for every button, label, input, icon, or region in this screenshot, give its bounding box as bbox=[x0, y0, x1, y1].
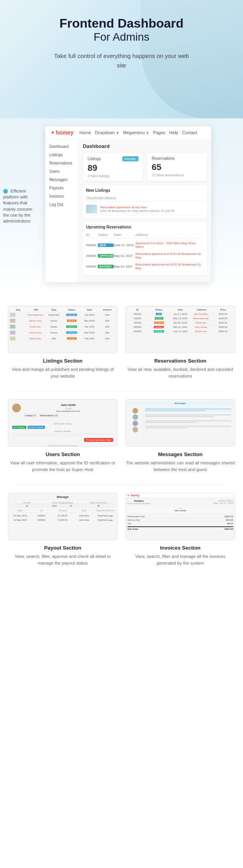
status-badge-approved: approved bbox=[98, 254, 114, 258]
mini-title: Beach villa... bbox=[28, 337, 44, 340]
message-thread-3 bbox=[144, 419, 232, 424]
listings-feature-title: Listings Section bbox=[8, 358, 118, 364]
invoice-item-2: Service Fee $18.00 bbox=[127, 518, 233, 522]
invoice-to: Invoice #0001 Date: Jun 17, 2019 bbox=[213, 499, 233, 505]
msg-user-avatar-1 bbox=[133, 408, 138, 413]
sidebar-item-users[interactable]: Users bbox=[45, 167, 79, 176]
mini-type: House bbox=[45, 331, 62, 334]
activity-select[interactable]: All bbox=[10, 504, 44, 507]
sidebar-item-payouts[interactable]: Payouts bbox=[45, 184, 79, 192]
mini-status: pending bbox=[64, 320, 80, 322]
payout-feature-desc: View, search, filter, approve and check … bbox=[8, 553, 118, 566]
msg-line bbox=[145, 410, 206, 411]
mini-type: House bbox=[45, 320, 62, 322]
nav-link-dropdown[interactable]: Dropdown ∨ bbox=[95, 130, 119, 135]
payout-filter-daily: Daily Processed All bbox=[82, 501, 115, 507]
hero-title-regular: For Admins bbox=[12, 31, 231, 43]
reservation-row: #00001 approved May 13, 2017 Renovated a… bbox=[86, 251, 204, 261]
payout-date: 25 May 2019 bbox=[10, 514, 30, 517]
mini-col-addr: Address bbox=[192, 309, 212, 311]
mini-title: Renovated apt... bbox=[28, 314, 44, 316]
features-row-1: Img Title Type Status Date Actions Renov… bbox=[8, 306, 235, 379]
mini-col-title: Title bbox=[28, 309, 44, 311]
listing-row: Renovated apartment at last floor 9701 W… bbox=[86, 203, 204, 215]
invoice-detail: Invoice From: Homey System Invoice #0001… bbox=[126, 498, 235, 540]
address-line-1 bbox=[12, 433, 113, 434]
mini-act: Edit bbox=[99, 314, 116, 316]
payout-method: PayPal by app bbox=[95, 519, 115, 521]
message-thread-4 bbox=[144, 425, 232, 429]
reservation-id: #00001 bbox=[86, 243, 98, 247]
user-listings-count: Listings: 5 bbox=[23, 413, 37, 417]
messages-layout bbox=[127, 406, 233, 443]
promote-btn-container: Promote as Super Host bbox=[12, 438, 113, 442]
mini-reserv-row: #00005 available Feb 14, 2019 Beach vill… bbox=[127, 329, 233, 334]
listings-manage-btn[interactable]: Manage bbox=[122, 156, 138, 161]
listings-stat-card: Listings Manage 89 2 New listings bbox=[83, 153, 143, 181]
mini-listing-row: Cozy house... House published Mar 2019 E… bbox=[10, 330, 116, 336]
user-stats: Listings: 5 Reservations: 12 bbox=[23, 413, 113, 417]
messages-content bbox=[143, 406, 233, 443]
invoice-to-name: John Smith bbox=[128, 509, 232, 512]
payout-screenshot: Manage Activity All Date Range(Expiry) F… bbox=[8, 493, 118, 540]
mini-reserv-row: #00003 pending Apr 05, 2019 Studio apt..… bbox=[127, 321, 233, 325]
sidebar-item-reservations[interactable]: Reservations bbox=[45, 159, 79, 167]
messages-feature-title: Messages Section bbox=[125, 451, 235, 457]
features-row-2: John Smith Email john.smith@email.com Li… bbox=[8, 399, 235, 473]
nav-link-contact[interactable]: Contact bbox=[182, 130, 197, 135]
total-label: Sub Total bbox=[127, 528, 138, 530]
payout-id: #00001 bbox=[32, 514, 51, 517]
listings-count: 89 bbox=[88, 163, 138, 173]
listing-thumbnail bbox=[86, 205, 97, 213]
mini-header-row: Img Title Type Status Date Actions bbox=[10, 308, 116, 312]
messages-screenshot: Messages bbox=[125, 399, 235, 447]
users-screenshot: John Smith Email john.smith@email.com Li… bbox=[8, 399, 118, 447]
reservation-address: Renovated apartment at 9701 W Broadview … bbox=[135, 252, 204, 259]
sidebar-item-logout[interactable]: Log Out bbox=[45, 200, 79, 209]
nav-link-pages[interactable]: Pages bbox=[153, 130, 165, 135]
user-info-block: John Smith Email john.smith@email.com Li… bbox=[23, 404, 113, 417]
sidebar-item-dashboard[interactable]: Dashboard bbox=[45, 142, 79, 151]
user-reserv-count: Reservations: 12 bbox=[38, 413, 59, 417]
side-dot-icon bbox=[3, 189, 8, 193]
mini-id: #00003 bbox=[127, 322, 148, 324]
nav-link-home[interactable]: Home bbox=[79, 130, 91, 135]
listings-label: Listings bbox=[88, 157, 101, 161]
promote-superhost-btn[interactable]: Promote as Super Host bbox=[84, 438, 113, 442]
sidebar-item-listings[interactable]: Listings bbox=[45, 151, 79, 159]
payout-method: PayPal by app bbox=[95, 514, 115, 517]
mini-reserv-header: ID Status Date Address Price bbox=[127, 308, 233, 312]
mini-date: Mar 2019 bbox=[81, 331, 98, 334]
sidebar-item-invoices[interactable]: Invoices bbox=[45, 192, 79, 200]
mini-act: Edit bbox=[99, 326, 116, 328]
invoices-mini-nav: ♥ homey bbox=[126, 493, 235, 498]
nav-link-help[interactable]: Help bbox=[169, 130, 178, 135]
mini-thumb bbox=[10, 313, 26, 317]
mini-thumb bbox=[10, 319, 26, 323]
hero-subtitle: Take full control of everything happens … bbox=[50, 51, 193, 70]
mini-date: Feb 2019 bbox=[81, 337, 98, 340]
mini-price: $450.00 bbox=[213, 330, 233, 333]
reservation-id: #00001 bbox=[86, 265, 98, 268]
listings-mini-table: Img Title Type Status Date Actions Renov… bbox=[8, 306, 117, 353]
mini-price: $300.00 bbox=[213, 326, 233, 328]
payout-filter-row: Activity All Date Range(Expiry) From To … bbox=[10, 501, 115, 507]
col-date: Date bbox=[10, 509, 30, 512]
new-listings-title: New Listings bbox=[86, 188, 204, 193]
invoice-from: Invoice From: Homey System bbox=[127, 499, 150, 505]
mini-thumb bbox=[10, 325, 26, 329]
mini-price: $120.00 bbox=[213, 322, 233, 324]
total-amount: $207.00 bbox=[224, 528, 233, 530]
msg-line bbox=[145, 414, 231, 415]
messages-feature-desc: The website administrator can read all m… bbox=[125, 460, 235, 473]
sidebar-item-messages[interactable]: Messages bbox=[45, 176, 79, 184]
mini-status: new bbox=[149, 313, 169, 315]
nav-link-megamenu[interactable]: Megamenu ∨ bbox=[123, 130, 149, 135]
nav-bar: ♥ homey Home Dropdown ∨ Megamenu ∨ Pages… bbox=[45, 126, 211, 139]
mini-date: May 13, 2019 bbox=[170, 317, 190, 320]
dashboard-body: Dashboard Listings Reservations Users Me… bbox=[45, 139, 211, 282]
payout-amount: $ 145.00 bbox=[53, 514, 73, 517]
daily-select[interactable]: All bbox=[82, 504, 115, 507]
mini-date: Feb 14, 2019 bbox=[170, 330, 190, 333]
mini-price: $180.00 bbox=[213, 317, 233, 320]
